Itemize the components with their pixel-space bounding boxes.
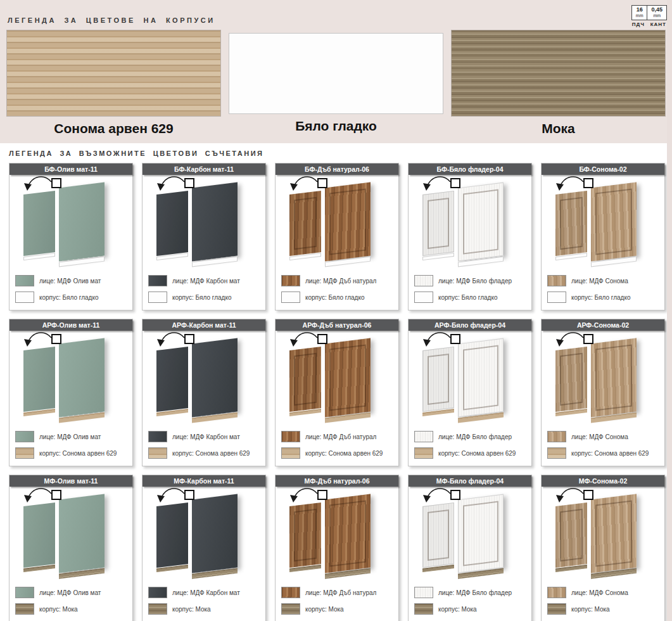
body-label: корпус: Мока (39, 606, 78, 613)
body-color-chip (148, 603, 167, 615)
door-panel-front (59, 494, 105, 573)
combo-card-title: АРФ-Олив мат-11 (42, 321, 100, 329)
combo-card-title: БФ-Сонома-02 (579, 165, 626, 173)
body-legend-row: корпус: Сонома арвен 629 (281, 447, 393, 459)
edge-spec-box: 16 mm 0,45 mm ПДЧ КАНТ (631, 5, 667, 27)
body-legend-row: корпус: Сонома арвен 629 (15, 447, 127, 459)
door-illustration (143, 331, 265, 427)
combo-card-header: БФ-Олив мат-11 (10, 163, 132, 175)
face-color-chip (15, 431, 34, 442)
door-illustration (409, 175, 531, 271)
card-legend: лице: МДФ Сонома корпус: Бяло гладко (542, 271, 664, 303)
face-color-chip (15, 275, 34, 286)
combo-card-title: БФ-Карбон мат-11 (174, 165, 234, 173)
hinge-square-icon (184, 178, 194, 188)
face-legend-row: лице: МДФ Бяло фладер (414, 587, 526, 598)
card-legend: лице: МДФ Бяло фладер корпус: Сонома арв… (409, 427, 531, 459)
hinge-square-icon (450, 178, 460, 188)
face-color-chip (15, 587, 34, 598)
door-panel-front (192, 338, 238, 418)
body-legend-row: корпус: Бяло гладко (15, 291, 127, 303)
body-label: корпус: Сонома арвен 629 (438, 450, 516, 457)
face-legend-row: лице: МДФ Дъб натурал (281, 587, 393, 598)
face-color-chip (547, 587, 566, 598)
hinge-square-icon (184, 334, 194, 344)
face-label: лице: МДФ Бяло фладер (438, 589, 512, 596)
door-panel-back (23, 503, 55, 568)
combo-card-header: МФ-Сонома-02 (542, 475, 664, 487)
combo-card: БФ-Бяло фладер-04 лице: МДФ Бяло фладер … (408, 163, 532, 310)
board-thickness-cell: 16 mm (632, 6, 647, 20)
combo-card-header: АРФ-Олив мат-11 (10, 319, 132, 331)
body-color-label: Бяло гладко (229, 118, 443, 134)
door-panel-back (156, 191, 188, 256)
card-legend: лице: МДФ Карбон мат корпус: Бяло гладко (143, 271, 265, 303)
body-label: корпус: Бяло гладко (172, 294, 231, 301)
pdch-label: ПДЧ (632, 22, 645, 27)
hinge-square-icon (317, 490, 327, 500)
face-color-chip (414, 275, 433, 286)
card-legend: лице: МДФ Олив мат корпус: Мока (10, 583, 132, 615)
face-legend-row: лице: МДФ Бяло фладер (414, 431, 526, 442)
open-direction-arrow-icon (151, 330, 189, 352)
body-color-label: Сонома арвен 629 (6, 121, 221, 136)
body-color-swatch-item: Сонома арвен 629 (6, 30, 221, 136)
face-label: лице: МДФ Олив мат (39, 589, 101, 596)
color-combinations-section: ЛЕГЕНДА ЗА ВЪЗМОЖНИТЕ ЦВЕТОВИ СЪЧЕТАНИЯ … (0, 143, 672, 621)
door-illustration (409, 487, 531, 583)
card-legend: лице: МДФ Дъб натурал корпус: Мока (276, 583, 398, 615)
top-header-row: ЛЕГЕНДА ЗА ЦВЕТОВЕ НА КОРПУСИ 16 mm 0,45… (0, 5, 672, 27)
door-panel-back (422, 191, 454, 256)
hinge-square-icon (583, 334, 593, 344)
combo-card: АРФ-Дъб натурал-06 лице: МДФ Дъб натурал… (275, 319, 399, 466)
face-legend-row: лице: МДФ Сонома (547, 587, 659, 598)
combo-card: МФ-Бяло фладер-04 лице: МДФ Бяло фладер … (408, 475, 532, 621)
body-legend-row: корпус: Бяло гладко (547, 291, 659, 303)
combo-card-header: БФ-Карбон мат-11 (143, 163, 265, 175)
body-legend-row: корпус: Сонома арвен 629 (547, 447, 659, 459)
body-color-chip (148, 291, 167, 303)
face-label: лице: МДФ Бяло фладер (438, 278, 512, 285)
body-color-chip (15, 447, 34, 459)
body-label: корпус: Мока (571, 606, 610, 613)
open-direction-arrow-icon (18, 174, 56, 196)
body-legend-row: корпус: Бяло гладко (281, 291, 393, 303)
door-panel-back (23, 347, 55, 412)
open-direction-arrow-icon (284, 174, 322, 196)
card-legend: лице: МДФ Олив мат корпус: Сонома арвен … (10, 427, 132, 459)
board-thickness-value: 16 (637, 7, 643, 13)
hinge-square-icon (583, 490, 593, 500)
kant-label: КАНТ (650, 22, 666, 27)
face-color-chip (414, 431, 433, 442)
door-panel-front (458, 494, 504, 573)
body-color-chip (414, 447, 433, 459)
face-label: лице: МДФ Бяло фладер (438, 433, 512, 440)
door-panel-back (23, 191, 55, 256)
body-color-swatch-item: Бяло гладко (229, 30, 443, 136)
face-legend-row: лице: МДФ Олив мат (15, 431, 127, 442)
hinge-square-icon (450, 490, 460, 500)
combo-card-title: БФ-Бяло фладер-04 (437, 165, 504, 173)
body-color-chip (547, 291, 566, 303)
body-legend-row: корпус: Сонома арвен 629 (148, 447, 260, 459)
combo-card-header: БФ-Бяло фладер-04 (409, 163, 531, 175)
body-colors-section: ЛЕГЕНДА ЗА ЦВЕТОВЕ НА КОРПУСИ 16 mm 0,45… (0, 0, 672, 143)
body-legend-row: корпус: Мока (148, 603, 260, 615)
door-panel-back (156, 347, 188, 412)
combo-card-header: МФ-Олив мат-11 (10, 475, 132, 487)
door-illustration (143, 175, 265, 271)
body-legend-row: корпус: Мока (15, 603, 127, 615)
open-direction-arrow-icon (18, 486, 56, 508)
body-color-swatches: Сонома арвен 629 Бяло гладко Мока (0, 30, 672, 136)
hinge-square-icon (583, 178, 593, 188)
card-legend: лице: МДФ Олив мат корпус: Бяло гладко (10, 271, 132, 303)
door-illustration (409, 331, 531, 427)
combo-card-title: АРФ-Карбон мат-11 (172, 321, 236, 329)
open-direction-arrow-icon (151, 174, 189, 196)
combo-card-header: МФ-Карбон мат-11 (143, 475, 265, 487)
body-color-chip (414, 291, 433, 303)
body-label: корпус: Бяло гладко (305, 294, 364, 301)
face-legend-row: лице: МДФ Дъб натурал (281, 275, 393, 286)
door-illustration (10, 175, 132, 271)
body-color-chip (148, 447, 167, 459)
